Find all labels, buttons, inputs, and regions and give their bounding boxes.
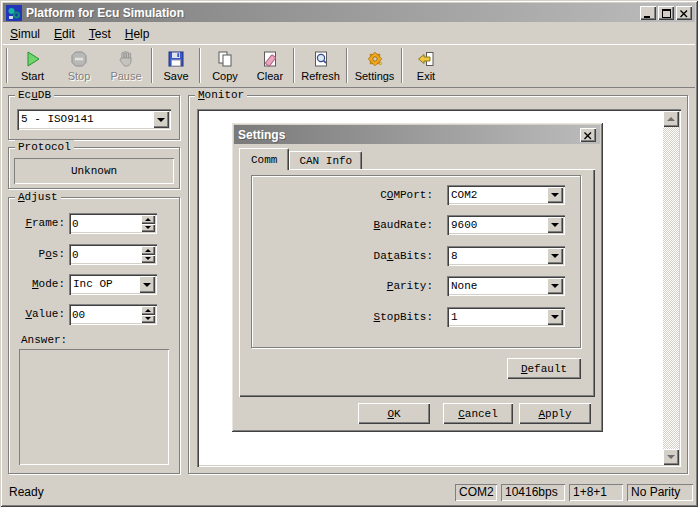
baudrate-label: BaudRate: [249,215,433,235]
value-input[interactable] [72,307,139,322]
pause-icon [116,49,136,69]
baudrate-select[interactable]: 9600 [447,215,565,235]
exit-button[interactable]: Exit [404,46,448,85]
cancel-button[interactable]: Cancel [443,403,513,424]
pos-input[interactable] [72,247,139,262]
menu-item-help[interactable]: Help [118,25,157,43]
titlebar[interactable]: Platform for Ecu Simulation [3,3,695,22]
dialog-titlebar[interactable]: Settings [234,125,600,144]
app-window: Platform for Ecu Simulation Simul Edit T… [0,0,698,507]
menu-item-test[interactable]: Test [82,25,118,43]
databits-select[interactable]: 8 [447,246,565,266]
scroll-up-button[interactable] [663,111,679,127]
chevron-down-icon [157,118,165,122]
comport-dropdown-button[interactable] [547,187,563,203]
status-panel-framing: 1+8+1 [569,484,623,501]
close-button[interactable] [676,6,692,20]
dialog-close-button[interactable] [580,128,596,142]
adjust-group-label: Adjust [15,190,61,204]
start-button[interactable]: Start [9,46,56,85]
settings-button[interactable]: Settings [349,46,400,85]
protocol-group: Protocol Unknown [8,147,180,189]
status-text: Ready [9,484,44,501]
parity-select[interactable]: None [447,276,565,296]
comm-tab-page: COMPort: COM2 BaudRate: 9600 DataBits: 8… [239,169,595,397]
toolbar: Start Stop Pause Save Copy Clear Refresh [3,44,695,88]
comport-value: COM2 [451,188,545,202]
menu-item-edit[interactable]: Edit [47,25,82,43]
frame-input[interactable] [72,216,139,231]
pos-label: Pos: [9,244,65,265]
value-spin-up-button[interactable] [141,306,155,315]
pos-spin-down-button[interactable] [141,255,155,264]
stopbits-label: StopBits: [249,307,433,327]
frame-spin-down-button[interactable] [141,224,155,233]
chevron-down-icon [143,283,151,287]
spin-up-icon [145,309,151,312]
value-spin-down-button[interactable] [141,315,155,324]
menubar: Simul Edit Test Help [3,24,695,43]
comport-label: COMPort: [249,185,433,205]
clear-icon [260,49,280,69]
maximize-button[interactable] [658,6,674,20]
value-label: Value: [9,304,65,325]
frame-spin-up-button[interactable] [141,215,155,224]
chevron-down-icon [551,193,559,197]
stopbits-dropdown-button[interactable] [547,309,563,325]
scroll-down-button[interactable] [663,449,679,465]
spin-down-icon [145,226,151,229]
tab-comm[interactable]: Comm [239,148,289,170]
databits-value: 8 [451,249,545,263]
copy-icon [215,49,235,69]
refresh-icon [311,49,331,69]
mode-dropdown-button[interactable] [139,276,155,293]
close-icon [584,126,592,144]
spin-up-icon [145,218,151,221]
minimize-icon [644,4,652,22]
frame-spinner[interactable] [69,213,157,234]
ok-button[interactable]: OK [358,403,430,424]
monitor-scrollbar[interactable] [663,111,679,465]
dialog-title: Settings [238,128,285,142]
spin-down-icon [145,257,151,260]
save-icon [166,49,186,69]
baudrate-value: 9600 [451,218,545,232]
toolbar-separator [346,48,348,83]
minimize-button[interactable] [640,6,656,20]
mode-label: Mode: [9,274,65,295]
stopbits-select[interactable]: 1 [447,307,565,327]
baudrate-dropdown-button[interactable] [547,217,563,233]
ecudb-select[interactable]: 5 - ISO9141 [17,109,171,130]
tab-can-info[interactable]: CAN Info [289,151,362,170]
ecudb-group-label: EcuDB [15,88,54,102]
parity-label: Parity: [249,276,433,296]
settings-icon [365,49,385,69]
parity-dropdown-button[interactable] [547,278,563,294]
toolbar-separator [293,48,295,83]
databits-dropdown-button[interactable] [547,248,563,264]
apply-button[interactable]: Apply [519,403,591,424]
save-button[interactable]: Save [154,46,198,85]
comport-select[interactable]: COM2 [447,185,565,205]
menu-item-simul[interactable]: Simul [3,25,47,43]
refresh-button[interactable]: Refresh [296,46,345,85]
exit-icon [416,49,436,69]
copy-button[interactable]: Copy [202,46,248,85]
ecudb-dropdown-button[interactable] [153,111,169,128]
spin-up-icon [145,249,151,252]
stop-button: Stop [56,46,102,85]
parity-value: None [451,279,545,293]
pos-spin-up-button[interactable] [141,246,155,255]
adjust-group: Adjust Frame: Pos: Mode: Inc OP Value: [8,197,180,474]
clear-button[interactable]: Clear [248,46,292,85]
chevron-down-icon [551,254,559,258]
window-title: Platform for Ecu Simulation [26,6,184,20]
pos-spinner[interactable] [69,244,157,265]
settings-dialog: Settings Comm CAN Info COMPort: COM2 Bau… [231,122,603,432]
status-panel-comport: COM2 [455,484,497,501]
mode-select[interactable]: Inc OP [69,274,157,295]
default-button[interactable]: Default [507,358,581,379]
spin-down-icon [145,317,151,320]
protocol-value-panel: Unknown [14,158,174,184]
value-spinner[interactable] [69,304,157,325]
